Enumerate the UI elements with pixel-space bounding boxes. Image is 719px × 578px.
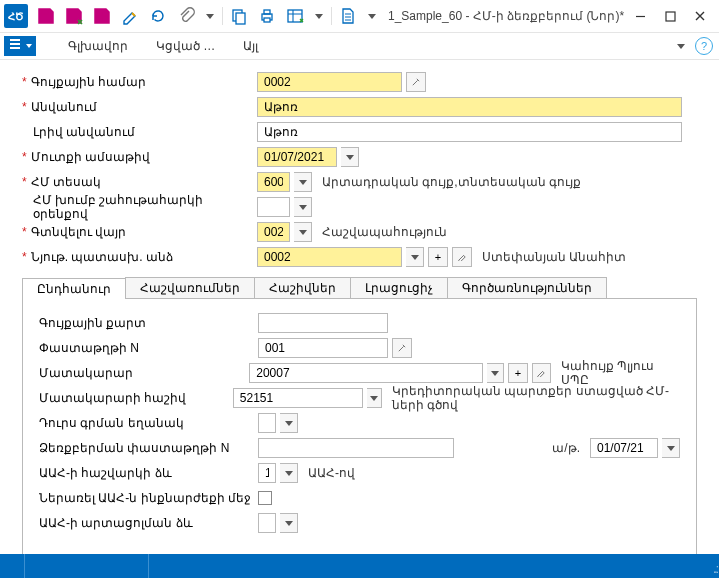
help-button[interactable]: ? <box>695 37 713 55</box>
export-dropdown-icon[interactable] <box>309 6 329 26</box>
vat-method-dropdown-icon[interactable] <box>280 463 298 483</box>
name-input[interactable] <box>257 97 682 117</box>
export-icon[interactable] <box>281 2 309 30</box>
form-area: *Գույքային համար *Անվանում Լրիվ անվանում… <box>0 60 719 555</box>
print-icon[interactable] <box>253 2 281 30</box>
inventory-card-input[interactable] <box>258 313 388 333</box>
acq-date-input[interactable] <box>590 438 658 458</box>
inventory-number-wand-icon[interactable] <box>406 72 426 92</box>
responsible-dropdown-icon[interactable] <box>406 247 424 267</box>
responsible-add-icon[interactable]: + <box>428 247 448 267</box>
lbl-supplier-account: Մատակարարի հաշիվ <box>39 391 186 405</box>
supplier-add-icon[interactable]: + <box>508 363 527 383</box>
full-name-input[interactable] <box>257 122 682 142</box>
lbl-supplier: Մատակարար <box>39 366 133 380</box>
tab-accounts[interactable]: Հաշիվներ <box>254 277 351 298</box>
vat-method-input[interactable] <box>258 463 276 483</box>
view-switcher[interactable] <box>4 36 36 56</box>
expense-method-dropdown-icon[interactable] <box>280 413 298 433</box>
svg-rect-0 <box>42 10 48 14</box>
lbl-entry-date: Մուտքի ամսաթիվ <box>31 150 150 164</box>
supplier-account-input[interactable] <box>233 388 363 408</box>
lbl-doc-number: Փաստաթղթի N <box>39 341 139 355</box>
svg-rect-7 <box>666 12 675 21</box>
lbl-vat-method: ԱԱՀ-ի հաշվարկի ձև <box>39 466 172 480</box>
menu-main[interactable]: Գլխավոր <box>54 39 142 53</box>
attach-icon[interactable] <box>172 2 200 30</box>
fa-type-input[interactable] <box>257 172 290 192</box>
acq-doc-number-input[interactable] <box>258 438 454 458</box>
lbl-location: Գտնվելու վայր <box>31 225 126 239</box>
doc-number-input[interactable] <box>258 338 388 358</box>
lbl-name: Անվանում <box>31 100 97 114</box>
resize-grip-icon[interactable]: ..: <box>713 562 717 576</box>
location-desc: Հաշվապահություն <box>322 225 447 239</box>
close-button[interactable] <box>685 2 715 30</box>
lbl-expense-method: Դուրս գրման եղանակ <box>39 416 184 430</box>
inventory-number-input[interactable] <box>257 72 402 92</box>
doc-number-wand-icon[interactable] <box>392 338 412 358</box>
responsible-input[interactable] <box>257 247 402 267</box>
refresh-icon[interactable] <box>144 2 172 30</box>
tab-page-general: Գույքային քարտ Փաստաթղթի N Մատակարար + Կ… <box>22 299 697 555</box>
lbl-vat-reflection: ԱԱՀ-ի արտացոլման ձև <box>39 516 193 530</box>
minimize-button[interactable] <box>625 2 655 30</box>
lbl-fa-type: ՀՄ տեսակ <box>31 175 101 189</box>
maximize-button[interactable] <box>655 2 685 30</box>
save-close-icon[interactable] <box>60 2 88 30</box>
vat-reflection-input[interactable] <box>258 513 276 533</box>
document-dropdown-icon[interactable] <box>362 6 382 26</box>
lbl-inventory-number: Գույքային համար <box>31 75 146 89</box>
location-input[interactable] <box>257 222 290 242</box>
supplier-desc: Կահույք Պլյուս ՍՊԸ <box>561 359 680 387</box>
tab-operations[interactable]: Գործառնություններ <box>447 277 607 298</box>
entry-date-dropdown-icon[interactable] <box>341 147 359 167</box>
statusbar: ..: <box>0 554 719 578</box>
svg-rect-5 <box>264 18 270 22</box>
fa-group-dropdown-icon[interactable] <box>294 197 312 217</box>
responsible-edit-icon[interactable] <box>452 247 472 267</box>
menu-attach[interactable]: Կցված … <box>142 39 229 53</box>
svg-rect-4 <box>264 10 270 14</box>
supplier-edit-icon[interactable] <box>532 363 551 383</box>
vat-in-cost-checkbox[interactable] <box>258 491 272 505</box>
attach-dropdown-icon[interactable] <box>200 6 220 26</box>
supplier-input[interactable] <box>249 363 483 383</box>
vat-reflection-dropdown-icon[interactable] <box>280 513 298 533</box>
edit-icon[interactable] <box>116 2 144 30</box>
lbl-acq-doc-number: Ձեռքբերման փաստաթղթի N <box>39 441 229 455</box>
acq-date-dropdown-icon[interactable] <box>662 438 680 458</box>
fa-type-dropdown-icon[interactable] <box>294 172 312 192</box>
vat-method-desc: ԱԱՀ-ով <box>308 466 355 480</box>
copy-icon[interactable] <box>225 2 253 30</box>
lbl-acq-date: ա/թ. <box>552 441 580 455</box>
lbl-full-name: Լրիվ անվանում <box>33 125 135 139</box>
tabstrip: Ընդհանուր Հաշվառումներ Հաշիվներ Լրացուցի… <box>22 277 697 299</box>
lbl-responsible: Նյութ. պատասխ. անձ <box>31 250 173 264</box>
app-logo: ՀԾ <box>4 4 28 28</box>
location-dropdown-icon[interactable] <box>294 222 312 242</box>
document-icon[interactable] <box>334 2 362 30</box>
menubar: Գլխավոր Կցված … Այլ ? <box>0 32 719 60</box>
svg-rect-2 <box>236 13 245 24</box>
lbl-fa-group: ՀՄ խումբ շահութահարկի օրենքով <box>33 193 257 221</box>
save-new-icon[interactable] <box>88 2 116 30</box>
titlebar: ՀԾ 1_Sample_60 - ՀՄ-ի ձեռքբերում (Նոր)* <box>0 0 719 32</box>
tab-additional[interactable]: Լրացուցիչ <box>350 277 448 298</box>
svg-rect-6 <box>288 10 302 22</box>
supplier-account-desc: Կրեդիտորական պարտքեր ստացված ՀՄ-ների գծո… <box>392 384 680 412</box>
tab-general[interactable]: Ընդհանուր <box>22 278 126 299</box>
menu-other[interactable]: Այլ <box>229 39 272 53</box>
entry-date-input[interactable] <box>257 147 337 167</box>
lbl-vat-in-cost: Ներառել ԱԱՀ-ն ինքնարժեքի մեջ <box>39 491 251 505</box>
lbl-inventory-card: Գույքային քարտ <box>39 316 146 330</box>
fa-group-input[interactable] <box>257 197 290 217</box>
tab-accounting[interactable]: Հաշվառումներ <box>125 277 255 298</box>
expense-method-input[interactable] <box>258 413 276 433</box>
supplier-account-dropdown-icon[interactable] <box>367 388 382 408</box>
responsible-desc: Ստեփանյան Անահիտ <box>482 250 626 264</box>
window-title: 1_Sample_60 - ՀՄ-ի ձեռքբերում (Նոր)* <box>382 9 625 23</box>
menubar-caret-icon[interactable] <box>671 36 691 56</box>
supplier-dropdown-icon[interactable] <box>487 363 504 383</box>
save-icon[interactable] <box>32 2 60 30</box>
